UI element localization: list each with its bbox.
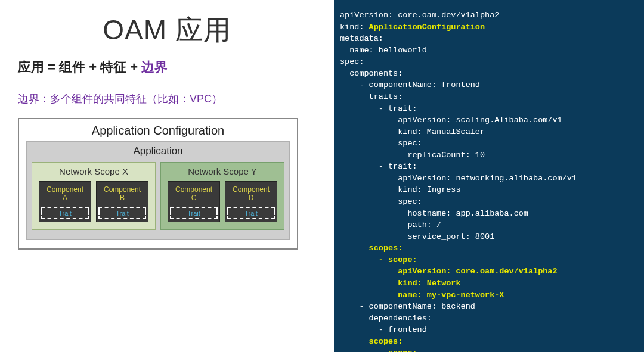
- code-line: spec:: [340, 57, 364, 66]
- code-line: - trait:: [340, 104, 417, 113]
- component-c-trait: Trait: [170, 207, 218, 219]
- diagram-application-box: Application Network Scope X ComponentA T…: [26, 141, 290, 240]
- component-b-label: ComponentB: [97, 182, 148, 207]
- scope-x-title: Network Scope X: [37, 166, 150, 176]
- code-kind-highlight: ApplicationConfiguration: [369, 23, 485, 32]
- code-line: components:: [340, 69, 402, 78]
- scope-x-components: ComponentA Trait ComponentB Trait: [37, 181, 150, 222]
- code-line: metadata:: [340, 34, 383, 43]
- code-line: kind: ManualScaler: [340, 127, 485, 136]
- component-a-trait: Trait: [41, 207, 89, 219]
- left-pane: OAM 应用 应用 = 组件 + 特征 + 边界 边界：多个组件的共同特征（比如…: [0, 0, 334, 352]
- code-scopes-highlight: scopes:: [340, 337, 402, 346]
- code-scopes-highlight: apiVersion: core.oam.dev/v1alpha2: [340, 267, 558, 276]
- component-c-label: ComponentC: [168, 182, 219, 207]
- component-d-trait: Trait: [227, 207, 275, 219]
- equation: 应用 = 组件 + 特征 + 边界: [18, 58, 316, 76]
- component-b-trait: Trait: [98, 207, 146, 219]
- code-scopes-highlight: scopes:: [340, 244, 402, 253]
- network-scope-y: Network Scope Y ComponentC Trait Compone…: [160, 162, 284, 230]
- code-scopes-highlight: - scope:: [340, 348, 417, 352]
- code-line: name: helloworld: [340, 46, 427, 55]
- code-line: service_port: 8001: [340, 232, 494, 241]
- code-line: - trait:: [340, 162, 417, 171]
- diagram-application-title: Application: [32, 145, 284, 157]
- code-line: dependencies:: [340, 314, 432, 323]
- code-line: apiVersion: scaling.Alibaba.com/v1: [340, 116, 562, 124]
- scope-caption: 边界：多个组件的共同特征（比如：VPC）: [18, 92, 316, 106]
- scopes-row: Network Scope X ComponentA Trait Compone…: [32, 162, 284, 230]
- yaml-code-block: apiVersion: core.oam.dev/v1alpha2 kind: …: [340, 10, 638, 352]
- code-scopes-highlight: - scope:: [340, 256, 417, 264]
- diagram-application-configuration: Application Configuration Application Ne…: [18, 118, 298, 250]
- right-pane-code: apiVersion: core.oam.dev/v1alpha2 kind: …: [334, 0, 644, 352]
- scope-y-title: Network Scope Y: [166, 166, 279, 176]
- component-b: ComponentB Trait: [96, 181, 148, 222]
- code-line: - componentName: frontend: [340, 80, 480, 89]
- code-scopes-highlight: kind: Network: [340, 279, 461, 288]
- page-title: OAM 应用: [18, 12, 316, 49]
- component-d: ComponentD Trait: [225, 181, 277, 222]
- equation-prefix: 应用 = 组件 + 特征 +: [18, 60, 141, 74]
- code-line: traits:: [340, 92, 402, 101]
- component-c: ComponentC Trait: [168, 181, 220, 222]
- code-line: spec:: [340, 197, 422, 206]
- code-line: spec:: [340, 139, 422, 148]
- scope-y-components: ComponentC Trait ComponentD Trait: [166, 181, 279, 222]
- component-a-label: ComponentA: [39, 182, 91, 207]
- code-line: path: /: [340, 220, 441, 229]
- code-line: kind: Ingress: [340, 185, 461, 194]
- network-scope-x: Network Scope X ComponentA Trait Compone…: [32, 162, 156, 230]
- component-d-label: ComponentD: [225, 182, 277, 207]
- code-line: apiVersion: networking.alibaba.com/v1: [340, 174, 577, 183]
- code-line: - componentName: backend: [340, 302, 475, 311]
- code-line: apiVersion: core.oam.dev/v1alpha2: [340, 11, 499, 20]
- code-line: kind:: [340, 23, 369, 32]
- code-line: hostname: app.alibaba.com: [340, 209, 528, 218]
- diagram-outer-title: Application Configuration: [26, 124, 290, 138]
- code-scopes-highlight: name: my-vpc-network-X: [340, 291, 504, 300]
- component-a: ComponentA Trait: [39, 181, 91, 222]
- code-line: - frontend: [340, 325, 427, 334]
- equation-accent: 边界: [141, 60, 168, 74]
- code-line: replicaCount: 10: [340, 151, 485, 160]
